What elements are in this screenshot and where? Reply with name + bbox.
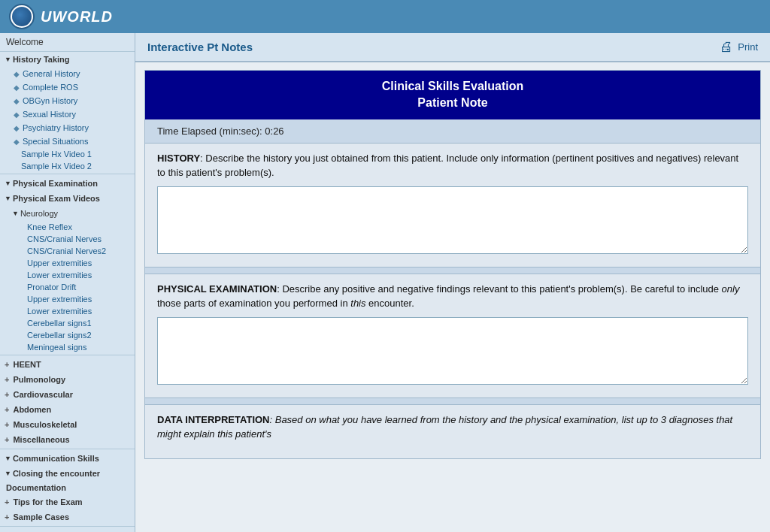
content-area: Interactive Pt Notes 🖨 Print Clinical Sk… bbox=[135, 33, 770, 532]
sidebar-section-tips[interactable]: + Tips for the Exam bbox=[0, 494, 135, 509]
sidebar-item-lower-extremities-1[interactable]: Lower extremities bbox=[0, 269, 135, 281]
sidebar-item-sample-hx-video-2[interactable]: Sample Hx Video 2 bbox=[0, 160, 135, 172]
interactive-pt-notes-title: Interactive Pt Notes bbox=[147, 41, 253, 53]
documentation-label: Documentation bbox=[6, 483, 66, 492]
sidebar-section-cardiovascular[interactable]: + Cardiovascular bbox=[0, 387, 135, 402]
sidebar-section-documentation[interactable]: Documentation bbox=[0, 481, 135, 494]
plus-icon: + bbox=[5, 435, 9, 444]
abdomen-label: Abdomen bbox=[13, 405, 51, 414]
top-bar: UWORLD bbox=[0, 0, 770, 33]
physical-exam-arrow: ▼ bbox=[5, 180, 11, 187]
bullet-icon: ◆ bbox=[14, 110, 20, 119]
history-textarea[interactable] bbox=[157, 186, 748, 254]
sidebar-item-sexual-history[interactable]: ◆ Sexual History bbox=[0, 107, 135, 121]
section-divider-1 bbox=[145, 267, 760, 274]
sidebar-section-musculoskeletal[interactable]: + Musculoskeletal bbox=[0, 417, 135, 432]
sidebar-item-upper-extremities-1[interactable]: Upper extremities bbox=[0, 257, 135, 269]
note-title-line1: Clinical Skills Evaluation bbox=[157, 78, 748, 95]
musculoskeletal-label: Musculoskeletal bbox=[13, 420, 77, 429]
data-interpretation-label-text: DATA INTERPRETATION: Based on what you h… bbox=[157, 413, 748, 442]
neurology-label: Neurology bbox=[20, 209, 58, 218]
plus-icon: + bbox=[5, 497, 9, 506]
pulmonology-label: Pulmonology bbox=[13, 375, 65, 384]
sidebar-section-physical-examination[interactable]: ▼ Physical Examination bbox=[0, 176, 135, 191]
sidebar-item-lower-extremities-2[interactable]: Lower extremities bbox=[0, 305, 135, 317]
physical-only-italic: only bbox=[722, 283, 740, 295]
sidebar-section-miscellaneous[interactable]: + Miscellaneous bbox=[0, 432, 135, 447]
sidebar-item-knee-reflex[interactable]: Knee Reflex bbox=[0, 221, 135, 233]
sidebar-item-upper-extremities-2[interactable]: Upper extremities bbox=[0, 293, 135, 305]
timer-label: Time Elapsed (min:sec): bbox=[157, 125, 262, 137]
sidebar-section-closing-encounter[interactable]: ▼ Closing the encounter bbox=[0, 466, 135, 481]
sidebar-section-sample-cases[interactable]: + Sample Cases bbox=[0, 509, 135, 524]
heent-label: HEENT bbox=[13, 360, 41, 369]
content-header: Interactive Pt Notes 🖨 Print bbox=[135, 33, 770, 62]
sidebar-section-pulmonology[interactable]: + Pulmonology bbox=[0, 372, 135, 387]
logo-area: UWORLD bbox=[9, 4, 113, 29]
sidebar-section-physical-exam-videos[interactable]: ▼ Physical Exam Videos bbox=[0, 191, 135, 206]
history-taking-label: History Taking bbox=[13, 55, 70, 64]
bullet-icon: ◆ bbox=[14, 138, 20, 146]
logo-icon bbox=[9, 4, 35, 29]
sidebar-item-sample-hx-video-1[interactable]: Sample Hx Video 1 bbox=[0, 148, 135, 160]
plus-icon: + bbox=[5, 390, 9, 399]
plus-icon: + bbox=[5, 375, 9, 384]
comm-skills-arrow: ▼ bbox=[5, 455, 11, 462]
sidebar-item-general-history[interactable]: ◆ General History bbox=[0, 67, 135, 80]
physical-instruction-2: those parts of examination you performed… bbox=[157, 298, 350, 309]
data-interpretation-section: DATA INTERPRETATION: Based on what you h… bbox=[145, 405, 760, 458]
data-interpretation-heading: DATA INTERPRETATION bbox=[157, 414, 270, 425]
sample-cases-label: Sample Cases bbox=[13, 512, 69, 521]
timer-row: Time Elapsed (min:sec): 0:26 bbox=[145, 119, 760, 144]
divider bbox=[0, 174, 135, 174]
psychiatry-history-label: Psychiatry History bbox=[23, 123, 89, 132]
sidebar-item-cns-cranial-nerves2[interactable]: CNS/Cranial Nerves2 bbox=[0, 245, 135, 257]
print-label: Print bbox=[738, 41, 758, 53]
physical-exam-section: PHYSICAL EXAMINATION: Describe any posit… bbox=[145, 274, 760, 397]
sidebar-item-pronator-drift[interactable]: Pronator Drift bbox=[0, 281, 135, 293]
physical-exam-textarea[interactable] bbox=[157, 317, 748, 385]
sidebar-item-meningeal-signs[interactable]: Meningeal signs bbox=[0, 341, 135, 353]
printer-icon: 🖨 bbox=[720, 39, 733, 55]
sidebar-section-practice-cases[interactable]: ▼ Practice Cases bbox=[0, 528, 135, 532]
section-divider-2 bbox=[145, 397, 760, 405]
sidebar-section-neurology[interactable]: ▼ Neurology bbox=[0, 206, 135, 221]
divider bbox=[0, 355, 135, 355]
history-taking-arrow: ▼ bbox=[5, 56, 11, 63]
physical-instruction-3: encounter. bbox=[366, 298, 414, 309]
miscellaneous-label: Miscellaneous bbox=[13, 435, 69, 444]
sidebar-item-cns-cranial-nerves[interactable]: CNS/Cranial Nerves bbox=[0, 233, 135, 245]
cardiovascular-label: Cardiovascular bbox=[13, 390, 72, 399]
print-button[interactable]: 🖨 Print bbox=[720, 39, 758, 55]
sidebar: Welcome ▼ History Taking ◆ General Histo… bbox=[0, 33, 135, 532]
physical-exam-label-text: PHYSICAL EXAMINATION: Describe any posit… bbox=[157, 282, 748, 311]
comm-skills-label: Communication Skills bbox=[13, 454, 99, 463]
plus-icon: + bbox=[5, 405, 9, 414]
obgyn-history-label: OBGyn History bbox=[23, 96, 77, 105]
sidebar-item-psychiatry-history[interactable]: ◆ Psychiatry History bbox=[0, 121, 135, 135]
plus-icon: + bbox=[5, 360, 9, 369]
main-layout: Welcome ▼ History Taking ◆ General Histo… bbox=[0, 33, 770, 532]
physical-instruction-1: : Describe any positive and negative fin… bbox=[277, 283, 721, 295]
physical-exam-heading: PHYSICAL EXAMINATION bbox=[157, 283, 277, 295]
sidebar-item-cerebellar-signs2[interactable]: Cerebellar signs2 bbox=[0, 329, 135, 341]
special-situations-label: Special Situations bbox=[23, 137, 88, 146]
history-instruction: : Describe the history you just obtained… bbox=[157, 153, 738, 179]
plus-icon: + bbox=[5, 512, 9, 521]
sidebar-item-complete-ros[interactable]: ◆ Complete ROS bbox=[0, 80, 135, 94]
complete-ros-label: Complete ROS bbox=[23, 83, 78, 92]
physical-this-italic: this bbox=[350, 298, 365, 309]
logo-text: UWORLD bbox=[41, 8, 113, 26]
general-history-label: General History bbox=[23, 69, 80, 78]
sexual-history-label: Sexual History bbox=[23, 110, 76, 119]
sidebar-item-special-situations[interactable]: ◆ Special Situations bbox=[0, 135, 135, 148]
tips-label: Tips for the Exam bbox=[13, 497, 82, 506]
plus-icon: + bbox=[5, 420, 9, 429]
sidebar-section-history-taking[interactable]: ▼ History Taking bbox=[0, 52, 135, 67]
sidebar-section-communication-skills[interactable]: ▼ Communication Skills bbox=[0, 451, 135, 466]
sidebar-section-abdomen[interactable]: + Abdomen bbox=[0, 402, 135, 417]
sidebar-item-obgyn-history[interactable]: ◆ OBGyn History bbox=[0, 94, 135, 107]
sidebar-section-heent[interactable]: + HEENT bbox=[0, 357, 135, 372]
sidebar-item-cerebellar-signs1[interactable]: Cerebellar signs1 bbox=[0, 317, 135, 329]
bullet-icon: ◆ bbox=[14, 97, 20, 105]
